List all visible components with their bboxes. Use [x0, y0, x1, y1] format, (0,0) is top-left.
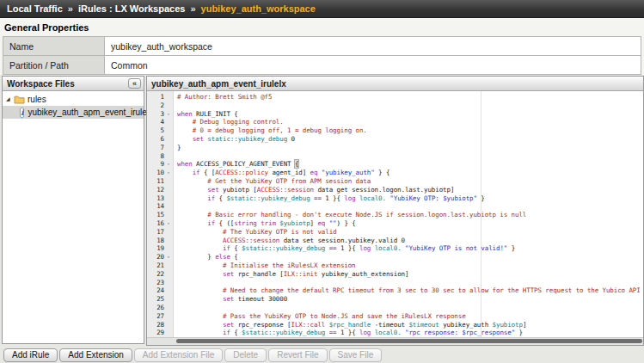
tree-file-item[interactable]: i yubikey_auth_apm_event_irulelx: [3, 106, 144, 119]
code-text: # Basic error handling - don't execute N…: [173, 211, 526, 219]
fold-marker-icon: [164, 152, 173, 161]
fold-marker-icon[interactable]: -: [164, 160, 173, 169]
fold-marker-icon: [164, 211, 173, 219]
code-line[interactable]: 5 # 0 = debug logging off, 1 = debug log…: [147, 126, 643, 135]
code-text: [173, 152, 177, 161]
code-editor[interactable]: 1# Author: Brett Smith @f523-when RULE_I…: [147, 91, 643, 338]
code-line[interactable]: 15 # Basic error handling - don't execut…: [147, 211, 643, 219]
workspace-files-header: Workspace Files «: [3, 77, 144, 91]
revert-file-button: Revert File: [268, 348, 327, 362]
breadcrumb-separator: »: [190, 3, 195, 14]
code-line[interactable]: 18 ACCESS::session data set session.yubi…: [147, 237, 643, 245]
code-line[interactable]: 12 set yubiotp [ACCESS::session data get…: [147, 186, 643, 194]
code-text: # Debug logging control.: [173, 118, 284, 126]
code-line[interactable]: 10- if { [ACCESS::policy agent_id] eq "y…: [147, 169, 643, 177]
code-line[interactable]: 29 if { $static::yubikey_debug == 1 }{ l…: [147, 329, 643, 337]
code-line[interactable]: 21 # Initialise the iRulesLX extension: [147, 261, 643, 270]
code-text: ACCESS::session data set session.yubikey…: [173, 237, 405, 245]
line-number: 23: [147, 279, 164, 287]
code-line[interactable]: 22 set rpc_handle [ILX::init yubikey_aut…: [147, 270, 643, 279]
fold-marker-icon[interactable]: -: [164, 253, 173, 261]
breadcrumb-current-page: yubikey_auth_workspace: [201, 3, 316, 14]
line-number: 14: [147, 202, 164, 211]
code-line[interactable]: 13 if { $static::yubikey_debug == 1 }{ l…: [147, 194, 643, 203]
code-line[interactable]: 7}: [147, 144, 643, 152]
line-number: 12: [147, 186, 164, 194]
line-number: 15: [147, 211, 164, 219]
general-properties-section: General Properties Nameyubikey_auth_work…: [0, 18, 644, 75]
code-line[interactable]: 23: [147, 279, 643, 287]
fold-marker-icon: [164, 186, 173, 194]
code-line[interactable]: 28 set rpc_response [ILX::call $rpc_hand…: [147, 321, 643, 329]
fold-marker-icon: [164, 135, 173, 144]
code-line[interactable]: 8: [147, 152, 643, 161]
fold-marker-icon: [164, 228, 173, 237]
fold-marker-icon[interactable]: -: [164, 219, 173, 228]
line-number: 28: [147, 321, 164, 329]
line-number: 16: [147, 219, 164, 228]
code-line[interactable]: 9-when ACCESS_POLICY_AGENT_EVENT {: [147, 160, 643, 169]
breadcrumb-separator: »: [68, 3, 73, 14]
code-line[interactable]: 24 # Need to change the default RPC time…: [147, 286, 643, 295]
code-text: }: [173, 144, 181, 152]
fold-marker-icon: [164, 279, 173, 287]
code-text: if { $static::yubikey_debug == 1 }{ log …: [173, 244, 515, 253]
code-line[interactable]: 25 set timeout 30000: [147, 295, 643, 304]
fold-marker-icon: [164, 118, 173, 126]
code-text: # Need to change the default RPC timeout…: [173, 286, 641, 295]
fold-marker-icon: [164, 93, 173, 102]
code-line[interactable]: 14: [147, 202, 643, 211]
code-line[interactable]: 26: [147, 304, 643, 312]
tree-folder-rules[interactable]: ◢ rules: [3, 93, 144, 106]
code-text: } else {: [173, 253, 238, 261]
folder-expand-icon[interactable]: ◢: [6, 93, 14, 106]
code-line[interactable]: 20- } else {: [147, 253, 643, 261]
code-text: set static::yubikey_debug 0: [173, 135, 295, 144]
fold-marker-icon: [164, 194, 173, 203]
general-properties-table: Nameyubikey_auth_workspacePartition / Pa…: [3, 36, 641, 75]
horizontal-scrollbar-thumb[interactable]: [176, 339, 642, 343]
horizontal-scrollbar[interactable]: [147, 337, 643, 345]
save-file-button: Save File: [329, 348, 383, 362]
line-number: 5: [147, 126, 164, 135]
code-text: [173, 202, 177, 211]
fold-marker-icon: [164, 237, 173, 245]
code-text: # Pass the YubiKey OTP to Node.JS and sa…: [173, 312, 466, 321]
code-line[interactable]: 2: [147, 102, 643, 110]
collapse-panel-button[interactable]: «: [128, 78, 141, 89]
code-line[interactable]: 16- if { ([string trim $yubiotp] eq "") …: [147, 219, 643, 228]
line-number: 13: [147, 194, 164, 203]
fold-marker-icon: [164, 244, 173, 253]
breadcrumb-item-local-traffic[interactable]: Local Traffic: [7, 3, 63, 14]
code-line[interactable]: 19 if { $static::yubikey_debug == 1 }{ l…: [147, 244, 643, 253]
code-line[interactable]: 3-when RULE_INIT {: [147, 110, 643, 119]
line-number: 18: [147, 237, 164, 245]
add-extension-button[interactable]: Add Extension: [59, 348, 132, 362]
fold-marker-icon: [164, 144, 173, 152]
code-line[interactable]: 17 # The YubiKey OTP is not valid: [147, 228, 643, 237]
add-irule-button[interactable]: Add iRule: [3, 348, 58, 362]
workspace-files-tree: ◢ rules i yubikey_auth_apm_event_irulelx: [3, 91, 144, 119]
code-line[interactable]: 1# Author: Brett Smith @f5: [147, 93, 643, 102]
code-line[interactable]: 6 set static::yubikey_debug 0: [147, 135, 643, 144]
fold-marker-icon: [164, 261, 173, 270]
add-extension-file-button: Add Extension File: [134, 348, 223, 362]
line-number: 22: [147, 270, 164, 279]
line-number: 7: [147, 144, 164, 152]
editor-header: yubikey_auth_apm_event_irulelx: [147, 77, 643, 91]
code-text: if { $static::yubikey_debug == 1 }{ log …: [173, 329, 523, 337]
line-number: 11: [147, 177, 164, 186]
fold-marker-icon: [164, 126, 173, 135]
fold-marker-icon[interactable]: -: [164, 169, 173, 177]
code-line[interactable]: 27 # Pass the YubiKey OTP to Node.JS and…: [147, 312, 643, 321]
workspace-files-panel: Workspace Files « ◢ rules i yubikey_auth…: [2, 76, 144, 344]
fold-marker-icon[interactable]: -: [164, 110, 173, 119]
irule-file-icon: i: [20, 108, 24, 118]
footer-toolbar: Add iRuleAdd ExtensionAdd Extension File…: [0, 346, 644, 363]
tree-folder-label: rules: [28, 95, 46, 104]
code-line[interactable]: 11 # Get the YubiKey OTP from APM sessio…: [147, 177, 643, 186]
breadcrumb-item-irules-lx-workspaces[interactable]: iRules : LX Workspaces: [78, 3, 186, 14]
fold-marker-icon: [164, 270, 173, 279]
code-line[interactable]: 4 # Debug logging control.: [147, 118, 643, 126]
code-text: # Initialise the iRulesLX extension: [173, 261, 356, 270]
